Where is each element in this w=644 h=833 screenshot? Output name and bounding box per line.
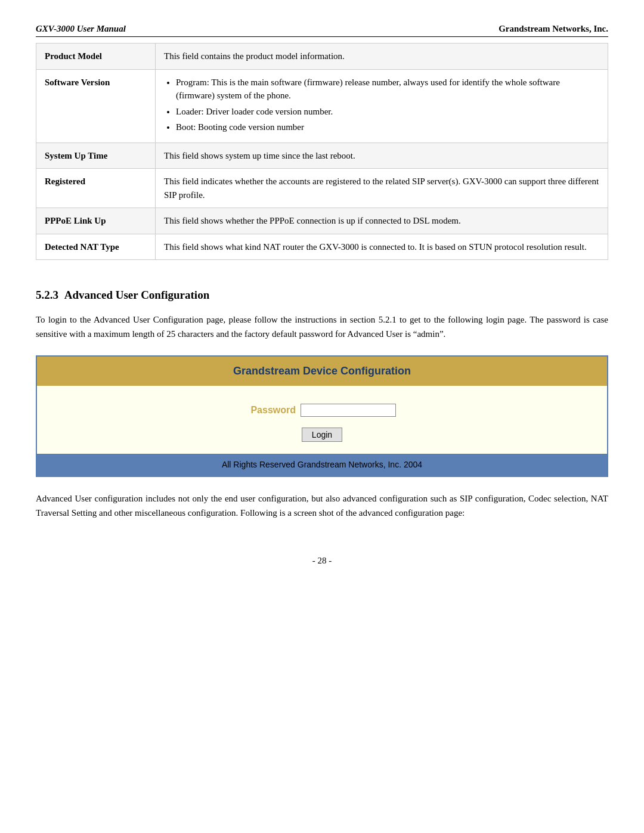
page-header: GXV-3000 User Manual Grandstream Network… — [36, 24, 608, 37]
login-box-body: Password Login — [37, 386, 607, 454]
table-field-3: Registered — [36, 169, 156, 208]
table-field-5: Detected NAT Type — [36, 234, 156, 260]
list-item: Program: This is the main software (firm… — [176, 76, 599, 103]
table-field-0: Product Model — [36, 44, 156, 70]
password-label: Password — [248, 405, 296, 416]
login-box-footer: All Rights Reserved Grandstream Networks… — [37, 454, 607, 476]
table-desc-2: This field shows system up time since th… — [156, 143, 608, 169]
list-item: Boot: Booting code version number — [176, 120, 599, 134]
table-field-2: System Up Time — [36, 143, 156, 169]
password-input[interactable] — [301, 404, 396, 417]
table-field-1: Software Version — [36, 69, 156, 143]
table-desc-3: This field indicates whether the account… — [156, 169, 608, 208]
table-desc-4: This field shows whether the PPPoE conne… — [156, 208, 608, 234]
section-heading: 5.2.3 Advanced User Configuration — [36, 289, 608, 302]
login-box: Grandstream Device Configuration Passwor… — [36, 355, 608, 477]
footer-text: All Rights Reserved Grandstream Networks… — [222, 460, 422, 469]
info-table: Product ModelThis field contains the pro… — [36, 43, 608, 260]
body-paragraph: Advanced User configuration includes not… — [36, 491, 608, 520]
login-box-title: Grandstream Device Configuration — [233, 365, 411, 377]
section-title: Advanced User Configuration — [64, 289, 210, 301]
section-number: 5.2.3 — [36, 289, 58, 301]
table-desc-1: Program: This is the main software (firm… — [156, 69, 608, 143]
header-left: GXV-3000 User Manual — [36, 24, 126, 34]
login-btn-row: Login — [49, 428, 595, 442]
login-row: Password — [49, 404, 595, 417]
login-button[interactable]: Login — [302, 428, 342, 442]
intro-paragraph: To login to the Advanced User Configurat… — [36, 312, 608, 341]
page-number: - 28 - — [36, 556, 608, 566]
list-item: Loader: Driver loader code version numbe… — [176, 105, 599, 119]
login-box-header: Grandstream Device Configuration — [37, 357, 607, 386]
table-desc-0: This field contains the product model in… — [156, 44, 608, 70]
table-desc-5: This field shows what kind NAT router th… — [156, 234, 608, 260]
table-field-4: PPPoE Link Up — [36, 208, 156, 234]
header-right: Grandstream Networks, Inc. — [499, 24, 608, 34]
